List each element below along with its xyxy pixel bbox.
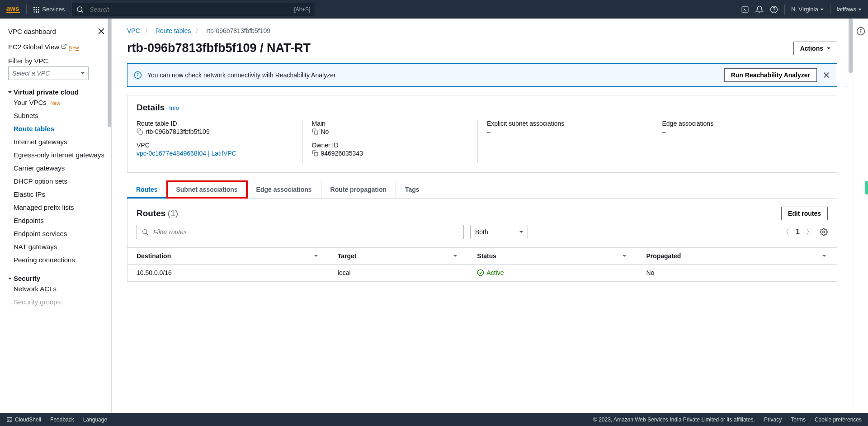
sidebar-item-endpoint-services[interactable]: Endpoint services	[8, 227, 106, 240]
edit-routes-button[interactable]: Edit routes	[781, 207, 828, 220]
search-field[interactable]	[89, 5, 289, 14]
divider	[784, 5, 785, 14]
detail-label: Route table ID	[137, 120, 302, 127]
sidebar-item-peering[interactable]: Peering connections	[8, 253, 106, 266]
user-menu[interactable]: latifaws	[837, 6, 862, 13]
tabs: Routes Subnet associations Edge associat…	[127, 181, 837, 199]
copy-icon[interactable]	[312, 150, 318, 156]
terms-link[interactable]: Terms	[791, 417, 806, 423]
details-panel: Details Info Route table ID rtb-096b7813…	[127, 95, 837, 173]
sidebar-item-your-vpcs[interactable]: Your VPCs New	[8, 96, 106, 109]
sidebar-item-elastic-ips[interactable]: Elastic IPs	[8, 188, 106, 201]
page-title: rtb-096b7813fbfb5f109 / NAT-RT	[127, 41, 311, 55]
main-value: No	[321, 128, 329, 135]
svg-point-11	[137, 73, 138, 74]
next-page-button[interactable]: 〉	[806, 227, 813, 237]
new-badge: New	[50, 100, 60, 106]
breadcrumb: VPC 〉 Route tables 〉 rtb-096b7813fbfb5f1…	[127, 27, 837, 35]
sidebar-section-vpc[interactable]: Virtual private cloud	[8, 88, 106, 96]
col-propagated[interactable]: Propagated	[637, 248, 837, 265]
sidebar-section-security[interactable]: Security	[8, 275, 106, 282]
sidebar-item-route-tables[interactable]: Route tables	[8, 122, 106, 135]
sidebar-item-carrier-gateways[interactable]: Carrier gateways	[8, 161, 106, 175]
help-icon[interactable]	[770, 5, 778, 14]
caret-down-icon	[858, 9, 862, 10]
routes-table: Destination Target Status Propagated 10.…	[127, 247, 837, 281]
sidebar-item-dhcp[interactable]: DHCP option sets	[8, 175, 106, 188]
aws-header: aws Services [Alt+S] N. Virginia latifaw…	[0, 0, 868, 19]
vpc-link[interactable]: vpc-0c1677e4849668f04 | LatifVPC	[137, 150, 236, 157]
search-icon	[142, 228, 149, 236]
svg-rect-15	[314, 131, 318, 134]
col-status[interactable]: Status	[468, 248, 637, 265]
col-destination[interactable]: Destination	[127, 248, 329, 265]
sidebar-item-network-acls[interactable]: Network ACLs	[8, 282, 106, 295]
routes-count: (1)	[168, 208, 178, 218]
caret-down-icon	[519, 231, 523, 233]
chevron-right-icon: 〉	[145, 27, 151, 35]
svg-point-5	[774, 11, 774, 11]
bell-icon[interactable]	[755, 5, 764, 14]
sidebar-item-egress-gateways[interactable]: Egress-only internet gateways	[8, 148, 106, 161]
prev-page-button[interactable]: 〈	[782, 227, 789, 237]
divider	[26, 5, 27, 14]
svg-line-8	[64, 44, 66, 47]
tab-edge-associations[interactable]: Edge associations	[247, 181, 321, 198]
copy-icon[interactable]	[137, 128, 143, 135]
actions-button[interactable]: Actions	[793, 42, 837, 55]
svg-point-0	[77, 7, 82, 12]
new-badge: New	[69, 45, 79, 51]
services-menu[interactable]: Services	[33, 6, 65, 13]
run-reachability-button[interactable]: Run Reachability Analyzer	[724, 68, 817, 82]
col-target[interactable]: Target	[329, 248, 468, 265]
cookie-link[interactable]: Cookie preferences	[815, 417, 862, 423]
svg-point-23	[860, 29, 861, 30]
language-link[interactable]: Language	[83, 417, 107, 423]
copy-icon[interactable]	[312, 128, 318, 135]
svg-point-19	[823, 231, 825, 233]
caret-down-icon	[820, 9, 824, 10]
chevron-right-icon: 〉	[195, 27, 202, 35]
vpc-select[interactable]: Select a VPC	[8, 66, 89, 80]
feedback-tab[interactable]	[865, 181, 868, 194]
sidebar-item-ec2-global[interactable]: EC2 Global View	[8, 43, 59, 51]
search-input[interactable]: [Alt+S]	[71, 3, 315, 16]
region-selector[interactable]: N. Virginia	[791, 6, 824, 13]
sidebar-item-subnets[interactable]: Subnets	[8, 109, 106, 122]
tab-route-propagation[interactable]: Route propagation	[321, 181, 396, 198]
sidebar-item-internet-gateways[interactable]: Internet gateways	[8, 135, 106, 148]
breadcrumb-route-tables[interactable]: Route tables	[156, 27, 191, 34]
tab-tags[interactable]: Tags	[396, 181, 429, 198]
info-link[interactable]: Info	[169, 104, 179, 111]
caret-down-icon	[827, 47, 830, 49]
sidebar-item-endpoints[interactable]: Endpoints	[8, 214, 106, 227]
filter-routes-input[interactable]	[137, 225, 464, 239]
tab-routes[interactable]: Routes	[127, 181, 167, 198]
details-title: Details	[137, 103, 165, 113]
sidebar-item-prefix-lists[interactable]: Managed prefix lists	[8, 201, 106, 214]
feedback-link[interactable]: Feedback	[50, 417, 74, 423]
close-icon[interactable]	[822, 71, 830, 79]
sidebar: VPC dashboard EC2 Global View New Filter…	[0, 19, 112, 413]
privacy-link[interactable]: Privacy	[764, 417, 782, 423]
aws-logo[interactable]: aws	[6, 5, 20, 13]
reachability-banner: You can now check network connectivity w…	[127, 63, 837, 87]
sidebar-item-security-groups[interactable]: Security groups	[8, 295, 106, 308]
tab-subnet-associations[interactable]: Subnet associations	[167, 181, 247, 198]
scrollbar[interactable]	[849, 19, 853, 73]
gear-icon[interactable]	[820, 228, 828, 236]
info-icon[interactable]	[856, 27, 865, 36]
sidebar-item-dashboard[interactable]: VPC dashboard	[8, 28, 56, 35]
sort-icon	[822, 255, 826, 257]
cloudshell-icon[interactable]	[741, 5, 749, 14]
table-row[interactable]: 10.50.0.0/16 local Active No	[127, 265, 837, 281]
cloudshell-link[interactable]: CloudShell	[6, 417, 41, 423]
svg-point-17	[143, 230, 147, 234]
both-select[interactable]: Both	[470, 225, 528, 239]
scrollbar[interactable]	[108, 19, 111, 127]
filter-field[interactable]	[152, 228, 459, 236]
close-icon[interactable]	[97, 27, 106, 36]
breadcrumb-vpc[interactable]: VPC	[127, 27, 140, 34]
detail-label: VPC	[137, 142, 302, 149]
sidebar-item-nat-gateways[interactable]: NAT gateways	[8, 240, 106, 253]
